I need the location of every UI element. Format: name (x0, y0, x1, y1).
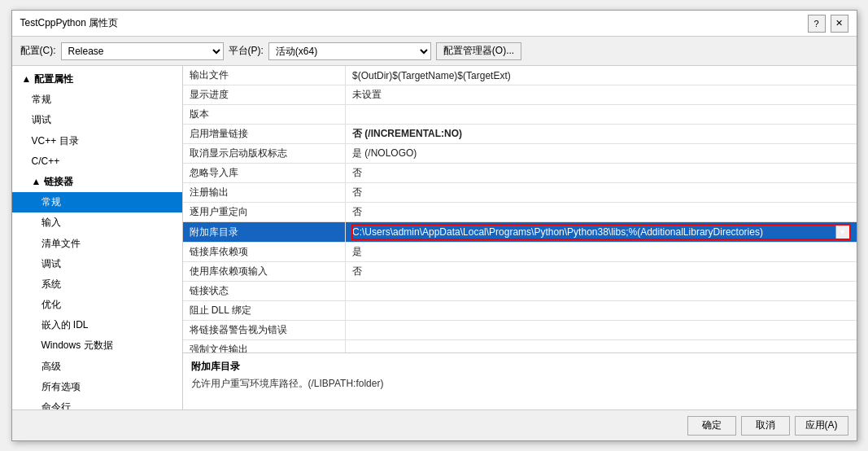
prop-value (346, 321, 857, 340)
sidebar-item-linker-system[interactable]: 系统 (12, 274, 182, 295)
sidebar-item-linker-idl[interactable]: 嵌入的 IDL (12, 315, 182, 335)
table-row[interactable]: 显示进度未设置 (183, 85, 857, 105)
dialog-title: TestCppPython 属性页 (20, 16, 119, 30)
config-manager-button[interactable]: 配置管理器(O)... (436, 42, 521, 60)
info-pane: 附加库目录 允许用户重写环境库路径。(/LIBPATH:folder) (183, 352, 857, 409)
prop-name: 逐用户重定向 (183, 203, 346, 222)
prop-name: 显示进度 (183, 85, 346, 105)
prop-name: 注册输出 (183, 183, 346, 203)
title-controls: ? ✕ (808, 15, 848, 33)
prop-value: 否 (346, 203, 857, 222)
sidebar-item-debug[interactable]: 调试 (12, 110, 182, 130)
sidebar-item-linker-cmdline[interactable]: 命令行 (12, 397, 182, 409)
config-select[interactable]: Release (61, 42, 224, 60)
prop-name: 链接状态 (183, 282, 346, 301)
sidebar-item-linker-debug[interactable]: 调试 (12, 254, 182, 274)
sidebar-item-linker-winmeta[interactable]: Windows 元数据 (12, 335, 182, 356)
prop-value: 否 (346, 164, 857, 183)
prop-value: 是 (/NOLOGO) (346, 144, 857, 164)
table-row[interactable]: 附加库目录C:\Users\admin\AppData\Local\Progra… (183, 222, 857, 243)
table-row[interactable]: 链接库依赖项是 (183, 243, 857, 262)
prop-name: 启用增量链接 (183, 125, 346, 144)
prop-name: 将链接器警告视为错误 (183, 321, 346, 340)
prop-value: 否 (346, 183, 857, 203)
sidebar-item-cpp[interactable]: C/C++ (12, 151, 182, 172)
prop-value (346, 301, 857, 321)
sidebar-item-linker-advanced[interactable]: 高级 (12, 357, 182, 377)
platform-label: 平台(P): (229, 44, 264, 58)
table-row[interactable]: 逐用户重定向否 (183, 203, 857, 222)
props-pane: 输出文件$(OutDir)$(TargetName)$(TargetExt)显示… (183, 66, 857, 409)
prop-value (346, 105, 857, 125)
apply-button[interactable]: 应用(A) (795, 416, 848, 436)
main-content: ▲ 配置属性常规调试VC++ 目录C/C++▲ 链接器常规输入清单文件调试系统优… (12, 66, 857, 409)
dropdown-button[interactable]: ▼ (835, 225, 850, 239)
prop-value (346, 282, 857, 301)
sidebar-item-linker[interactable]: ▲ 链接器 (12, 172, 182, 192)
prop-name: 版本 (183, 105, 346, 125)
sidebar-item-linker-general[interactable]: 常规 (12, 192, 182, 212)
table-row[interactable]: 将链接器警告视为错误 (183, 321, 857, 340)
table-row[interactable]: 阻止 DLL 绑定 (183, 301, 857, 321)
prop-name: 链接库依赖项 (183, 243, 346, 262)
platform-select[interactable]: 活动(x64) (268, 42, 431, 60)
sidebar-item-linker-input[interactable]: 输入 (12, 212, 182, 233)
sidebar-item-linker-manifest[interactable]: 清单文件 (12, 234, 182, 254)
config-label: 配置(C): (20, 44, 56, 58)
sidebar: ▲ 配置属性常规调试VC++ 目录C/C++▲ 链接器常规输入清单文件调试系统优… (12, 66, 183, 409)
prop-value: 是 (346, 243, 857, 262)
prop-value: $(OutDir)$(TargetName)$(TargetExt) (346, 66, 857, 85)
table-row[interactable]: 链接状态 (183, 282, 857, 301)
table-row[interactable]: 取消显示启动版权标志是 (/NOLOGO) (183, 144, 857, 164)
sidebar-item-linker-all[interactable]: 所有选项 (12, 377, 182, 397)
table-row[interactable]: 强制文件输出 (183, 340, 857, 353)
prop-name: 阻止 DLL 绑定 (183, 301, 346, 321)
title-bar: TestCppPython 属性页 ? ✕ (12, 11, 857, 37)
toolbar: 配置(C): Release 平台(P): 活动(x64) 配置管理器(O)..… (12, 37, 857, 66)
props-table: 输出文件$(OutDir)$(TargetName)$(TargetExt)显示… (183, 66, 857, 352)
table-row[interactable]: 忽略导入库否 (183, 164, 857, 183)
prop-value[interactable]: C:\Users\admin\AppData\Local\Programs\Py… (346, 222, 857, 243)
ok-button[interactable]: 确定 (687, 416, 736, 436)
prop-name: 附加库目录 (183, 222, 346, 243)
prop-name: 取消显示启动版权标志 (183, 144, 346, 164)
prop-value: 否 (346, 262, 857, 282)
table-row[interactable]: 输出文件$(OutDir)$(TargetName)$(TargetExt) (183, 66, 857, 85)
table-row[interactable]: 注册输出否 (183, 183, 857, 203)
prop-name: 使用库依赖项输入 (183, 262, 346, 282)
sidebar-item-general[interactable]: 常规 (12, 90, 182, 110)
info-description: 允许用户重写环境库路径。(/LIBPATH:folder) (191, 377, 848, 391)
prop-name: 强制文件输出 (183, 340, 346, 353)
table-row[interactable]: 版本 (183, 105, 857, 125)
table-row[interactable]: 启用增量链接否 (/INCREMENTAL:NO) (183, 125, 857, 144)
sidebar-item-config-props[interactable]: ▲ 配置属性 (12, 69, 182, 90)
prop-value (346, 340, 857, 353)
prop-name: 忽略导入库 (183, 164, 346, 183)
properties-dialog: TestCppPython 属性页 ? ✕ 配置(C): Release 平台(… (11, 10, 857, 441)
prop-value-text: C:\Users\admin\AppData\Local\Programs\Py… (352, 226, 835, 238)
footer: 确定 取消 应用(A) (12, 409, 857, 440)
table-row[interactable]: 使用库依赖项输入否 (183, 262, 857, 282)
cancel-button[interactable]: 取消 (741, 416, 790, 436)
value-with-dropdown: C:\Users\admin\AppData\Local\Programs\Py… (352, 225, 850, 239)
prop-value: 否 (/INCREMENTAL:NO) (346, 125, 857, 144)
prop-name: 输出文件 (183, 66, 346, 85)
sidebar-item-linker-optimize[interactable]: 优化 (12, 295, 182, 315)
prop-value: 未设置 (346, 85, 857, 105)
close-button[interactable]: ✕ (831, 15, 848, 33)
sidebar-item-vcpp-dirs[interactable]: VC++ 目录 (12, 131, 182, 151)
help-button[interactable]: ? (808, 15, 826, 33)
info-title: 附加库目录 (191, 360, 848, 374)
